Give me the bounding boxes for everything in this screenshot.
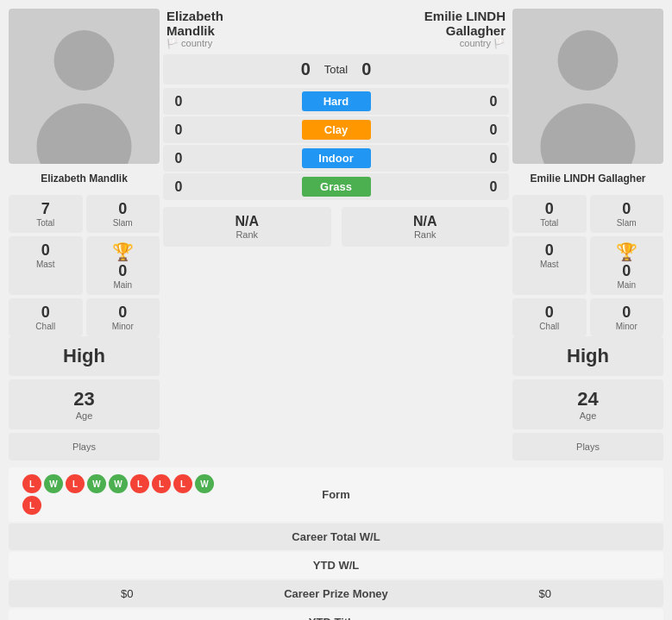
hard-row: 0 Hard 0	[163, 88, 509, 115]
right-trophy-icon: 🏆	[616, 241, 637, 262]
right-country-flag: country 🏳️	[424, 38, 506, 49]
right-chall-label: Chall	[518, 322, 581, 331]
right-high-panel: High	[512, 336, 663, 376]
left-country-text: country	[181, 38, 212, 48]
left-slam-value: 0	[118, 200, 127, 217]
svg-point-4	[558, 30, 619, 91]
left-rank-panel: N/A Rank	[163, 207, 331, 247]
right-slam-value: 0	[622, 200, 631, 217]
left-prize: $0	[22, 587, 231, 600]
left-chall-label: Chall	[14, 322, 78, 331]
left-name-bot: Mandlik	[166, 23, 223, 38]
form-badge-l: L	[152, 474, 171, 493]
indoor-left-score: 0	[170, 151, 187, 166]
ytd-titles-row: YTD Titles	[9, 609, 663, 620]
ytd-titles-label: YTD Titles	[231, 616, 440, 620]
total-label: Total	[324, 63, 348, 76]
left-main-label: Main	[113, 280, 132, 290]
right-mast-label: Mast	[518, 260, 581, 269]
right-total-value: 0	[545, 200, 554, 217]
form-badge-w: W	[87, 474, 106, 493]
left-age-label: Age	[17, 410, 151, 421]
right-plays-panel: Plays	[512, 433, 663, 460]
center-column: Elizabeth Mandlik 🏳️ country Emilie LIND…	[163, 9, 509, 247]
left-total-box: 7 Total	[9, 195, 83, 233]
left-header-name: Elizabeth Mandlik 🏳️ country	[166, 9, 223, 49]
left-main-value: 0	[118, 262, 127, 280]
right-slam-label: Slam	[595, 218, 659, 228]
left-rank-value: N/A	[170, 214, 324, 229]
grass-row: 0 Grass 0	[163, 173, 509, 200]
career-wl-row: Career Total W/L	[9, 523, 663, 550]
hard-badge: Hard	[302, 91, 371, 111]
form-badge-w: W	[44, 474, 63, 493]
form-badge-w: W	[109, 474, 128, 493]
right-minor-value: 0	[622, 304, 631, 321]
clay-badge: Clay	[302, 120, 371, 140]
info-row-rank: N/A Rank N/A Rank	[163, 207, 509, 247]
right-country-icon: 🏳️	[493, 38, 506, 48]
prize-label: Career Prize Money	[231, 587, 440, 600]
left-country-flag: 🏳️ country	[166, 38, 223, 49]
right-trophy-box: 🏆 0 Main	[590, 236, 664, 295]
clay-row: 0 Clay 0	[163, 116, 509, 143]
left-stats-top: 7 Total 0 Slam	[9, 195, 160, 233]
left-chall-box: 0 Chall	[9, 298, 83, 336]
clay-right-score: 0	[485, 122, 502, 138]
right-total-label: Total	[518, 218, 581, 228]
left-total-value: 7	[41, 200, 50, 217]
right-chall-box: 0 Chall	[512, 298, 587, 336]
right-name-top: Emilie LINDH	[424, 9, 506, 23]
right-rank-panel: N/A Rank	[342, 207, 510, 247]
right-player-name: Emilie LINDH Gallagher	[512, 172, 663, 185]
right-header-name: Emilie LINDH Gallagher country 🏳️	[424, 9, 506, 49]
left-stats-bot: 0 Chall 0 Minor	[9, 298, 160, 336]
bottom-stats: LWLWWLLLWL Form Career Total W/L YTD W/L…	[9, 467, 663, 620]
ytd-wl-label: YTD W/L	[231, 559, 440, 572]
secondary-info-row: High 23 Age Plays High 24 Age Plays	[9, 336, 663, 460]
left-player-avatar	[9, 9, 160, 164]
left-total-score: 0	[301, 59, 311, 79]
indoor-row: 0 Indoor 0	[163, 145, 509, 172]
left-total-label: Total	[14, 218, 78, 228]
right-main-value: 0	[622, 262, 631, 280]
right-country-text: country	[460, 38, 491, 48]
right-total-score: 0	[361, 59, 371, 79]
left-plays-panel: Plays	[9, 433, 160, 460]
form-badges: LWLWWLLLWL	[22, 474, 231, 515]
left-mast-value: 0	[41, 241, 50, 259]
svg-point-1	[54, 30, 115, 91]
grass-right-score: 0	[485, 179, 502, 195]
right-mast-box: 0 Mast	[512, 236, 587, 295]
indoor-right-score: 0	[485, 151, 502, 166]
right-minor-box: 0 Minor	[590, 298, 664, 336]
right-plays-label: Plays	[521, 442, 655, 452]
hard-right-score: 0	[485, 94, 502, 110]
right-slam-box: 0 Slam	[590, 195, 664, 233]
right-age-panel: 24 Age	[512, 379, 663, 429]
right-main-label: Main	[617, 280, 636, 290]
form-badge-l: L	[22, 496, 41, 515]
left-age-panel: 23 Age	[9, 379, 160, 429]
right-stats-mid: 0 Mast 🏆 0 Main	[512, 236, 663, 295]
form-badges-container: LWLWWLLLWL	[22, 474, 231, 515]
left-minor-box: 0 Minor	[86, 298, 160, 336]
right-secondary: High 24 Age Plays	[512, 336, 663, 460]
center-secondary-spacer	[163, 336, 509, 460]
form-badge-l: L	[66, 474, 85, 493]
right-stats-bot: 0 Chall 0 Minor	[512, 298, 663, 336]
left-minor-value: 0	[118, 304, 127, 321]
total-score-row: 0 Total 0	[163, 54, 509, 85]
prize-row: $0 Career Prize Money $0	[9, 580, 663, 607]
left-player-column: Elizabeth Mandlik 7 Total 0 Slam 0 Mast	[9, 9, 160, 336]
left-plays-label: Plays	[17, 442, 151, 452]
form-badge-l: L	[22, 474, 41, 493]
right-rank-label: Rank	[349, 229, 503, 240]
rank-spacer	[335, 207, 338, 247]
main-container: Elizabeth Mandlik 7 Total 0 Slam 0 Mast	[0, 0, 672, 620]
right-mast-value: 0	[545, 241, 554, 259]
left-high-value: High	[17, 345, 151, 367]
left-country-icon: 🏳️	[166, 38, 179, 48]
grass-left-score: 0	[170, 179, 187, 195]
clay-left-score: 0	[170, 122, 187, 138]
